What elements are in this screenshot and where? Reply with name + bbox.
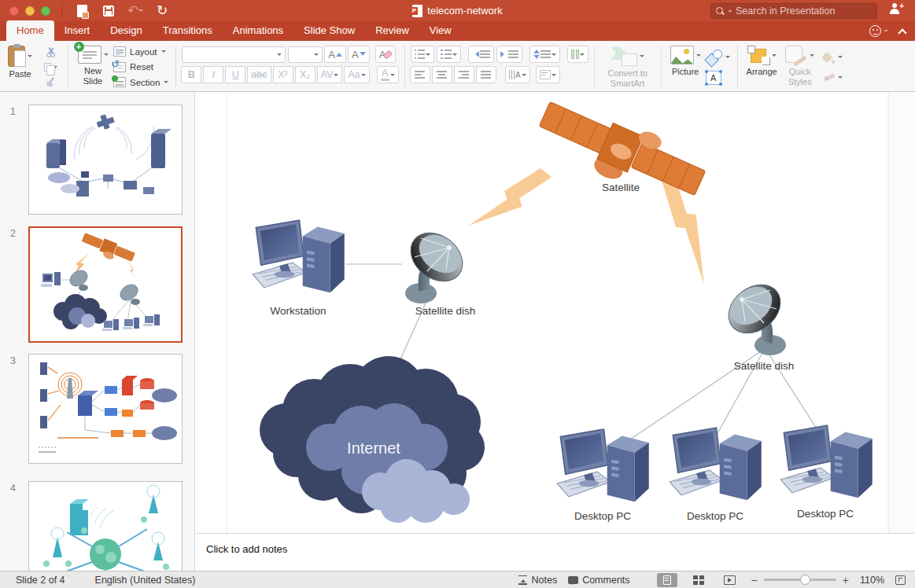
new-slide-button[interactable]: + New Slide: [74, 44, 112, 87]
cut-button[interactable]: [39, 46, 62, 59]
share-people-icon[interactable]: +: [890, 3, 904, 14]
slideshow-view-button[interactable]: [720, 573, 740, 587]
convert-to-smartart-button[interactable]: Convert to SmartArt: [600, 44, 655, 90]
desktop-pc-3-label[interactable]: Desktop PC: [797, 508, 854, 520]
zoom-level[interactable]: 110%: [860, 575, 884, 586]
slide-sorter-view-button[interactable]: [688, 573, 709, 587]
slide-3-thumbnail[interactable]: [28, 354, 183, 464]
tab-design[interactable]: Design: [100, 20, 152, 41]
normal-view-button[interactable]: [657, 573, 677, 587]
superscript-button[interactable]: X²: [273, 66, 293, 83]
tab-home[interactable]: Home: [6, 20, 54, 41]
internet-cloud-graphic[interactable]: Internet: [260, 356, 485, 523]
satellite-graphic[interactable]: [531, 92, 710, 213]
decrease-indent-button[interactable]: [468, 46, 494, 63]
columns-button[interactable]: [567, 46, 588, 63]
slide-canvas[interactable]: Internet Satellite Workstation Satellite…: [196, 92, 915, 533]
align-text-button[interactable]: [536, 66, 560, 83]
tab-insert[interactable]: Insert: [54, 20, 101, 41]
character-spacing-button[interactable]: AV: [317, 66, 343, 83]
subscript-button[interactable]: X₂: [295, 66, 315, 83]
shape-outline-button[interactable]: [821, 72, 843, 83]
slide-2-thumbnail-selected[interactable]: [28, 226, 183, 343]
comments-toggle-button[interactable]: Comments: [568, 575, 629, 586]
shrink-font-button[interactable]: A: [348, 46, 370, 63]
font-size-combo[interactable]: [288, 46, 323, 63]
zoom-slider-handle[interactable]: [800, 575, 810, 585]
strikethrough-button[interactable]: abc: [247, 66, 271, 83]
satellite-dish-right-label[interactable]: Satellite dish: [734, 360, 795, 372]
shape-fill-icon: [821, 51, 836, 64]
increase-indent-button[interactable]: [496, 46, 522, 63]
notes-toggle-button[interactable]: Notes: [518, 575, 557, 586]
redo-button[interactable]: ↻: [152, 2, 172, 20]
tab-transitions[interactable]: Transitions: [153, 20, 223, 41]
zoom-slider[interactable]: [764, 579, 836, 581]
line-spacing-button[interactable]: [529, 46, 560, 63]
copy-button[interactable]: [39, 61, 62, 74]
desktop-pc-1-label[interactable]: Desktop PC: [574, 510, 631, 522]
satellite-label[interactable]: Satellite: [602, 182, 640, 193]
quick-styles-button[interactable]: Quick Styles: [780, 44, 820, 88]
close-window-button[interactable]: [9, 6, 19, 16]
desktop-pc-2-graphic[interactable]: [670, 428, 762, 500]
save-button[interactable]: [98, 2, 119, 20]
new-presentation-button[interactable]: [72, 2, 92, 20]
clear-formatting-button[interactable]: A: [375, 46, 396, 63]
lightning-bolt-left[interactable]: [469, 160, 552, 242]
minimize-window-button[interactable]: [25, 6, 35, 16]
align-left-button[interactable]: [410, 66, 430, 83]
shape-fill-button[interactable]: [821, 51, 843, 64]
format-painter-button[interactable]: [39, 75, 62, 89]
language-indicator[interactable]: English (United States): [95, 575, 196, 586]
font-name-combo[interactable]: [182, 46, 286, 63]
desktop-pc-2-label[interactable]: Desktop PC: [687, 510, 743, 522]
workstation-graphic[interactable]: [253, 220, 345, 292]
text-box-button[interactable]: A: [706, 71, 721, 85]
shapes-button[interactable]: [706, 50, 730, 65]
align-right-button[interactable]: [454, 66, 474, 83]
tab-review[interactable]: Review: [365, 20, 419, 41]
undo-button[interactable]: ↶: [125, 2, 146, 20]
desktop-pc-3-graphic[interactable]: [780, 425, 873, 498]
text-direction-button[interactable]: A: [505, 66, 530, 83]
bullets-button[interactable]: [411, 46, 435, 63]
align-center-button[interactable]: [432, 66, 452, 83]
underline-button[interactable]: U: [225, 66, 245, 83]
layout-button[interactable]: Layout: [113, 46, 168, 57]
satellite-dish-right-graphic[interactable]: [719, 275, 790, 355]
collapse-ribbon-button[interactable]: [898, 28, 906, 37]
feedback-smiley-button[interactable]: [869, 25, 888, 37]
satellite-dish-left-label[interactable]: Satellite dish: [415, 305, 476, 317]
italic-button[interactable]: I: [203, 66, 223, 83]
numbering-button[interactable]: [437, 46, 461, 63]
zoom-out-button[interactable]: −: [751, 574, 758, 586]
reset-button[interactable]: Reset: [113, 62, 168, 72]
zoom-in-button[interactable]: +: [843, 574, 849, 586]
notes-pane[interactable]: Click to add notes: [196, 533, 915, 571]
tab-view[interactable]: View: [419, 20, 462, 41]
scrollbar-track[interactable]: [888, 92, 915, 533]
tab-animations[interactable]: Animations: [223, 20, 293, 41]
satellite-dish-left-graphic[interactable]: [401, 223, 472, 303]
reset-icon: [113, 62, 126, 72]
bold-button[interactable]: B: [181, 66, 201, 83]
tab-slideshow[interactable]: Slide Show: [293, 20, 365, 41]
zoom-window-button[interactable]: [41, 6, 50, 16]
picture-button[interactable]: Picture: [667, 44, 704, 79]
section-button[interactable]: Section: [113, 77, 168, 87]
justify-button[interactable]: [476, 66, 496, 83]
search-input[interactable]: [736, 6, 872, 17]
desktop-pc-1-graphic[interactable]: [557, 429, 649, 502]
slide-1-thumbnail[interactable]: [28, 105, 183, 215]
slide-4-thumbnail[interactable]: [28, 481, 183, 571]
fit-slide-to-window-button[interactable]: [895, 575, 906, 585]
grow-font-button[interactable]: A: [324, 46, 346, 63]
change-case-button[interactable]: Aa: [344, 66, 369, 83]
font-color-button[interactable]: A: [377, 66, 399, 83]
workstation-label[interactable]: Workstation: [270, 305, 326, 317]
slideshow-icon: [724, 575, 736, 585]
search-box[interactable]: [710, 3, 877, 19]
arrange-button[interactable]: Arrange: [743, 44, 780, 79]
paste-button[interactable]: Paste: [5, 44, 35, 81]
